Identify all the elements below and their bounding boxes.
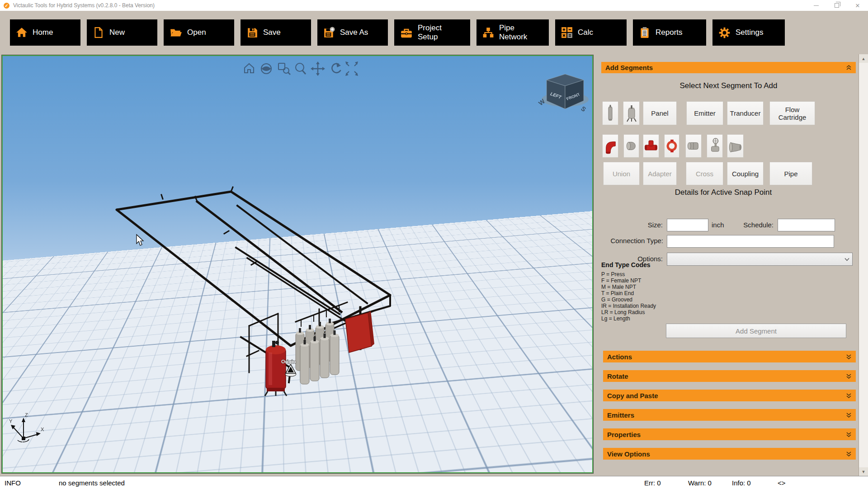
status-message: no segments selected [59,479,125,487]
calc-button[interactable]: Calc [555,19,627,46]
add-segments-header[interactable]: Add Segments [601,62,856,73]
segment-pipe-button[interactable]: Pipe [769,162,812,185]
save-as-icon [323,27,335,38]
segment-tranducer-button[interactable]: Tranducer [727,101,764,125]
close-icon: ✕ [855,2,860,9]
status-bar: INFO no segments selected Err: 0 Warn: 0… [0,476,868,489]
segment-tee-button[interactable] [643,134,659,158]
nav-cube-south-label: S [580,105,587,113]
segment-union-button[interactable]: Union [603,162,640,185]
end-type-code: M = Male NPT [601,284,636,290]
pipe-network-drawing [117,187,390,382]
open-button[interactable]: Open [164,19,234,46]
segment-adapter-button[interactable]: Adapter [643,162,677,185]
restore-icon [835,3,839,8]
segment-tank-button[interactable] [623,101,640,125]
expand-down-icon [846,354,852,360]
pipe-network-button[interactable]: Pipe Network [476,19,549,46]
options-dropdown[interactable] [667,253,853,266]
home-button[interactable]: Home [10,19,80,46]
segment-coupling-button-image[interactable] [685,134,702,158]
details-title: Details for Active Snap Point [601,188,845,197]
size-label: Size: [622,221,663,229]
title-bar: ✓ Victaulic Tools for Hybrid Systems (v0… [0,0,868,11]
view-orbit-icon[interactable] [261,64,271,74]
scroll-up-icon[interactable]: ▲ [859,54,868,63]
segment-flow-cartridge-button[interactable]: Flow Cartridge [769,101,815,125]
clamp-icon [665,138,679,154]
close-button[interactable]: ✕ [847,0,868,11]
restore-button[interactable] [826,0,847,11]
open-folder-icon [170,27,182,38]
window-title: Victaulic Tools for Hybrid Systems (v0.2… [13,2,155,9]
project-setup-button[interactable]: Project Setup [394,19,470,46]
expand-down-icon [846,412,852,418]
scroll-down-icon[interactable]: ▼ [859,467,868,476]
minimize-icon [814,5,819,6]
minimize-button[interactable] [806,0,826,11]
segment-clamp-button[interactable] [664,134,679,158]
view-rotate-icon[interactable] [332,63,341,73]
chevron-down-icon [844,258,849,261]
end-type-code: F = Female NPT [601,277,641,284]
calculator-icon [561,27,573,38]
status-warnings: Warn: 0 [688,479,712,487]
segment-coupling-button[interactable]: Coupling [727,162,764,185]
accordion-copy-paste[interactable]: Copy and Paste [603,390,856,401]
expand-down-icon [846,373,852,379]
settings-button[interactable]: Settings [712,19,785,46]
panel-scrollbar[interactable]: ▲ ▼ [859,54,868,476]
connection-type-input[interactable] [667,235,834,248]
accordion-actions[interactable]: Actions [603,351,856,362]
expand-down-icon [846,451,852,457]
nav-cube[interactable]: LEFT FRONT W S [537,74,589,113]
end-type-code: Lg = Length [601,315,630,322]
accordion-emitters[interactable]: Emitters [603,409,856,421]
application-window: ✓ Victaulic Tools for Hybrid Systems (v0… [0,0,868,489]
valve-icon [708,137,721,155]
size-input[interactable] [667,219,708,231]
segment-cross-button[interactable]: Cross [686,162,723,185]
save-button[interactable]: Save [241,19,311,46]
scene-overlay: LEFT FRONT W S [3,56,593,473]
main-toolbar: Home New Open Save Save As Project Setup… [0,11,868,54]
segment-emitter-button[interactable]: Emitter [686,101,723,125]
view-pan-icon[interactable] [311,61,325,76]
segment-panel-button[interactable]: Panel [643,101,677,125]
new-button[interactable]: New [87,19,157,46]
accordion-view-options[interactable]: View Options [603,448,856,460]
segment-reducer-button[interactable] [727,134,744,158]
coupling-icon [687,138,700,154]
view-home-icon[interactable] [245,64,254,73]
status-infos: Info: 0 [732,479,751,487]
end-type-code: T = Plain End [601,290,634,296]
new-document-icon [93,27,104,38]
accordion-properties[interactable]: Properties [603,428,856,440]
segment-elbow-button[interactable] [602,134,618,158]
size-unit-label: inch [712,221,724,229]
accordion-rotate[interactable]: Rotate [603,370,856,382]
schedule-input[interactable] [778,219,835,231]
window-controls: ✕ [806,0,868,11]
viewport-3d[interactable]: LEFT FRONT W S [2,55,593,473]
add-segment-button[interactable]: Add Segment [666,324,846,338]
segment-valve-button[interactable] [707,134,723,158]
pipe-network-icon [482,27,494,38]
view-zoom-icon[interactable] [296,63,306,74]
axis-y-label: Y [9,418,13,424]
segment-riser-button[interactable] [602,101,618,125]
settings-icon [718,27,731,39]
segment-cap-button[interactable] [623,134,639,158]
reports-button[interactable]: Reports [633,19,706,46]
riser-cylinder-icon [605,104,615,122]
view-zoom-window-icon[interactable] [278,63,290,75]
elbow-icon [604,137,617,155]
collapse-up-icon [846,65,852,71]
origin-label: Origin [281,359,296,364]
view-fit-icon[interactable] [345,61,358,76]
red-tank [265,341,287,396]
save-icon [246,27,258,38]
save-as-button[interactable]: Save As [317,19,388,46]
select-segment-subtitle: Select Next Segment To Add [601,81,856,90]
expand-down-icon [846,393,852,399]
